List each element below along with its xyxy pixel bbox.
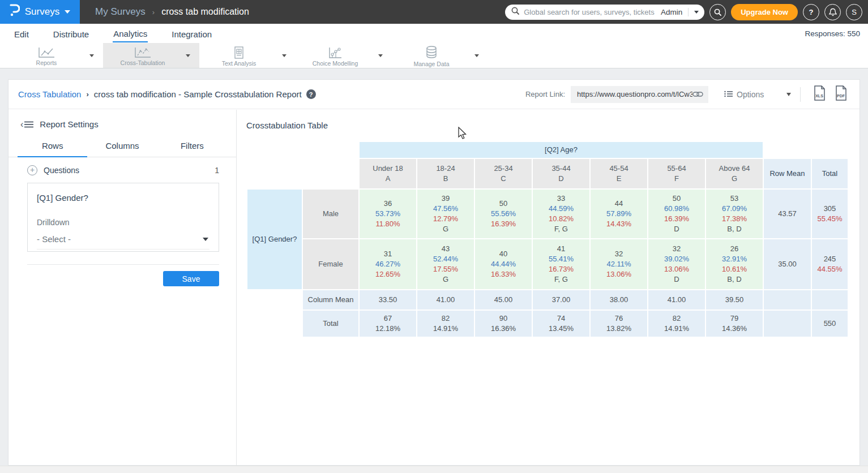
cell-count: 31 — [360, 249, 416, 259]
column-group-header: [Q2] Age? — [360, 142, 763, 158]
cell-row-percent: 46.27% — [360, 259, 416, 269]
toolbar-manage-data[interactable]: Manage Data — [392, 43, 488, 68]
settings-panel-title: Report Settings — [40, 119, 98, 129]
total-percent: 13.82% — [591, 324, 647, 334]
survey-nav-tabs: Edit Distribute Analytics Integration Re… — [0, 24, 868, 43]
row-label-female: Female — [303, 239, 358, 289]
upgrade-now-button[interactable]: Upgrade Now — [731, 4, 798, 20]
cell-significance: F, G — [533, 274, 589, 285]
toolbar-item-label: Cross-Tabulation — [121, 59, 165, 66]
breadcrumb-separator: › — [152, 8, 155, 16]
link-icon[interactable] — [692, 89, 703, 100]
tab-filters[interactable]: Filters — [157, 141, 227, 157]
cell-row-percent: 60.98% — [648, 204, 705, 214]
data-cell: 3239.02%13.06%D — [648, 239, 705, 289]
toolbar-choice-modelling[interactable]: Choice Modelling — [296, 43, 392, 68]
cell-count: 50 — [648, 194, 705, 204]
global-search[interactable]: Admin — [505, 5, 704, 20]
column-letter: E — [591, 174, 647, 184]
data-cell: 2632.91%10.61%B, D — [706, 239, 763, 289]
chevron-down-icon[interactable] — [89, 54, 94, 57]
data-cell: 3146.27%12.65% — [360, 239, 416, 289]
notifications-button[interactable] — [824, 4, 841, 20]
column-letter: C — [475, 174, 532, 184]
cell-column-percent: 16.73% — [533, 264, 589, 274]
save-button[interactable]: Save — [163, 271, 219, 286]
database-icon — [425, 46, 438, 59]
surveys-app-switcher[interactable]: Surveys — [0, 0, 80, 24]
cell-count: 41 — [533, 244, 589, 254]
total-count: 82 — [648, 313, 705, 324]
breadcrumb-cross-tabulation-link[interactable]: Cross Tabulation — [18, 89, 81, 99]
report-link-field[interactable]: https://www.questionpro.com/t/lCw3Zc — [571, 86, 708, 103]
options-dropdown[interactable]: Options — [724, 89, 791, 100]
column-total-cell: 7613.82% — [591, 311, 647, 337]
tab-integration[interactable]: Integration — [171, 25, 212, 42]
cell-count: 36 — [360, 199, 416, 209]
svg-text:PDF: PDF — [837, 94, 845, 98]
add-question-icon[interactable]: + — [27, 165, 37, 175]
report-link-url[interactable]: https://www.questionpro.com/t/lCw3Zc — [577, 90, 692, 98]
toolbar-item-label: Text Analysis — [222, 60, 256, 67]
questions-row[interactable]: + Questions 1 — [27, 165, 219, 175]
chevron-down-icon[interactable] — [282, 54, 287, 57]
column-total-cell: 7914.36% — [706, 311, 763, 337]
chevron-down-icon[interactable] — [694, 11, 699, 14]
tab-distribute[interactable]: Distribute — [53, 25, 89, 42]
data-cell: 3653.73%11.80% — [360, 190, 416, 238]
user-avatar[interactable]: S — [846, 4, 862, 20]
column-label: 45-54 — [591, 164, 647, 174]
help-button[interactable]: ? — [803, 4, 819, 20]
row-total-cell: 30555.45% — [812, 190, 848, 238]
collapse-panel-icon[interactable]: ‹ — [20, 120, 33, 129]
export-xls-button[interactable]: XLS — [813, 85, 826, 103]
chevron-down-icon[interactable] — [474, 54, 479, 57]
chevron-down-icon[interactable] — [378, 54, 383, 57]
bell-icon — [829, 8, 837, 16]
export-pdf-button[interactable]: PDF — [834, 85, 848, 103]
search-button[interactable] — [709, 4, 726, 20]
breadcrumb-my-surveys[interactable]: My Surveys — [95, 6, 146, 18]
column-header-B: 18-24B — [417, 159, 474, 188]
tab-edit[interactable]: Edit — [14, 25, 29, 42]
drilldown-selected-value: - Select - — [37, 234, 71, 244]
chevron-down-icon[interactable] — [186, 54, 190, 57]
toolbar-item-label: Reports — [36, 59, 57, 66]
node-chart-icon — [328, 47, 343, 59]
cell-count: 40 — [475, 249, 532, 259]
toolbar-text-analysis[interactable]: Text Analysis — [199, 43, 296, 68]
cell-significance: B, D — [706, 274, 763, 285]
chevron-down-icon — [203, 238, 208, 241]
cell-row-percent: 32.91% — [706, 254, 763, 264]
tab-analytics[interactable]: Analytics — [113, 25, 148, 42]
search-input[interactable] — [524, 8, 656, 16]
data-cell: 4044.44%16.33% — [475, 239, 532, 289]
tab-columns[interactable]: Columns — [87, 141, 157, 157]
toolbar-reports[interactable]: Reports — [7, 43, 103, 68]
total-percent: 12.18% — [360, 324, 416, 334]
column-letter: B — [417, 174, 474, 184]
data-cell: 3242.11%13.06% — [591, 239, 647, 289]
drilldown-select[interactable]: - Select - — [37, 234, 209, 250]
column-label: 18-24 — [417, 164, 474, 174]
horizontal-scrollbar[interactable] — [0, 466, 868, 473]
analytics-toolbar: Reports Cross-Tabulation Text Analysis C… — [0, 43, 868, 68]
column-total-cell: 9016.36% — [475, 311, 532, 337]
column-label: 25-34 — [475, 164, 532, 174]
cell-column-percent: 16.33% — [475, 269, 532, 280]
column-header-F: 55-64F — [648, 159, 705, 188]
cell-row-percent: 52.44% — [417, 254, 474, 264]
column-label: 55-64 — [648, 164, 705, 174]
column-mean-label: Column Mean — [303, 290, 358, 309]
help-icon[interactable]: ? — [306, 89, 316, 99]
column-header-D: 35-44D — [533, 159, 589, 188]
toolbar-cross-tabulation[interactable]: Cross-Tabulation — [103, 43, 199, 68]
search-scope-admin[interactable]: Admin — [656, 8, 689, 16]
data-cell: 4352.44%17.55%G — [417, 239, 474, 289]
row-mean-cell: 35.00 — [764, 239, 811, 289]
tab-rows[interactable]: Rows — [18, 141, 87, 157]
column-mean-cell: 45.00 — [475, 290, 532, 309]
cell-row-percent: 55.41% — [533, 254, 589, 264]
report-header: Cross Tabulation › cross tab modificatio… — [8, 80, 860, 109]
cell-column-percent: 16.39% — [648, 214, 705, 224]
